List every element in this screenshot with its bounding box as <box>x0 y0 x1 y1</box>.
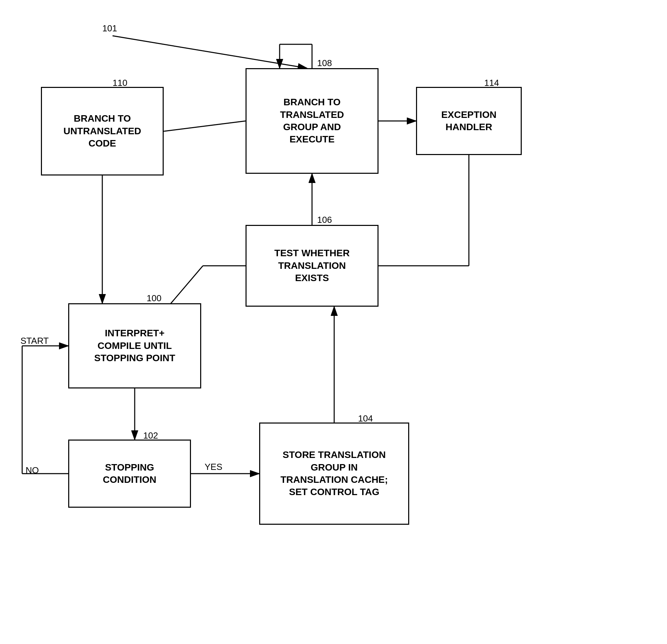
svg-line-2 <box>113 36 307 68</box>
box-branch-untranslated: BRANCH TO UNTRANSLATED CODE <box>41 87 164 175</box>
box-exception-handler: EXCEPTION HANDLER <box>416 87 522 155</box>
ref-108: 108 <box>317 58 332 68</box>
ref-100: 100 <box>147 293 161 304</box>
box-stopping-condition-label: STOPPING CONDITION <box>103 461 156 486</box>
ref-101: 101 <box>102 23 117 34</box>
flowchart-diagram: 101 <box>0 0 667 644</box>
box-interpret-compile: INTERPRET+ COMPILE UNTIL STOPPING POINT <box>68 303 201 388</box>
box-branch-translated-label: BRANCH TO TRANSLATED GROUP AND EXECUTE <box>280 96 344 146</box>
label-yes: YES <box>205 462 222 472</box>
box-store-translation-label: STORE TRANSLATION GROUP IN TRANSLATION C… <box>280 449 388 499</box>
ref-110: 110 <box>113 78 127 88</box>
box-stopping-condition: STOPPING CONDITION <box>68 440 191 508</box>
ref-114: 114 <box>484 78 499 88</box>
box-test-translation: TEST WHETHER TRANSLATION EXISTS <box>246 225 379 307</box>
label-start: START <box>20 336 49 346</box>
box-branch-translated: BRANCH TO TRANSLATED GROUP AND EXECUTE <box>246 68 379 174</box>
box-store-translation: STORE TRANSLATION GROUP IN TRANSLATION C… <box>259 423 409 525</box>
ref-104: 104 <box>358 413 373 424</box>
box-exception-handler-label: EXCEPTION HANDLER <box>441 109 496 134</box>
box-interpret-compile-label: INTERPRET+ COMPILE UNTIL STOPPING POINT <box>94 327 175 364</box>
box-branch-untranslated-label: BRANCH TO UNTRANSLATED CODE <box>63 112 141 150</box>
label-no: NO <box>26 465 39 476</box>
svg-line-3 <box>164 121 246 131</box>
ref-106: 106 <box>317 215 332 225</box>
box-test-translation-label: TEST WHETHER TRANSLATION EXISTS <box>275 247 350 284</box>
ref-102: 102 <box>143 430 158 441</box>
